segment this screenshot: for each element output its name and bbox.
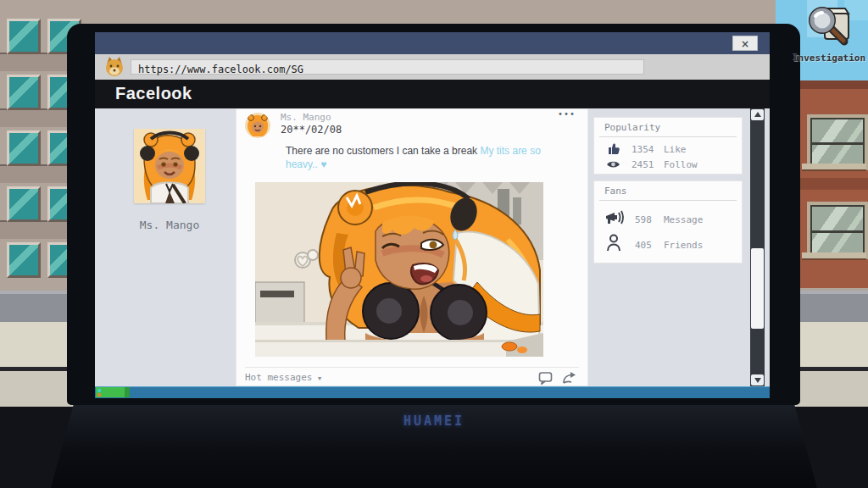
investigation-icon <box>804 35 854 51</box>
comment-sort-dropdown[interactable]: Hot messages ▼ <box>245 372 321 383</box>
post-date: 20**/02/08 <box>281 124 342 136</box>
friends-label[interactable]: Friends <box>664 240 703 251</box>
investigation-label: Investigation <box>792 53 866 64</box>
comment-sort-label: Hot messages <box>245 372 312 383</box>
right-building-cornice <box>797 80 868 89</box>
doge-browser-icon <box>103 56 125 78</box>
popularity-title: Popularity <box>604 122 660 133</box>
post-author-name[interactable]: Ms. Mango <box>281 112 331 123</box>
right-building-band <box>797 178 868 190</box>
message-count: 598 <box>635 214 652 225</box>
laptop-brand-logo: HUAMEI <box>51 413 817 429</box>
address-bar[interactable] <box>131 59 644 75</box>
brick-window <box>807 114 868 170</box>
laptop-screen: × Facelook <box>95 32 770 398</box>
like-count: 1354 <box>632 144 654 155</box>
building-window <box>7 19 41 54</box>
scrollbar-thumb[interactable] <box>751 248 764 329</box>
fans-panel: Fans 598 Message <box>593 180 743 263</box>
comment-icon[interactable] <box>538 371 554 386</box>
post-text: There are no customers I can take a brea… <box>286 145 542 171</box>
follow-count: 2451 <box>632 159 654 170</box>
game-scene: Investigation HUAMEI × Facelook <box>0 0 868 488</box>
page-scrollbar[interactable] <box>750 108 765 386</box>
thumbs-up-icon <box>608 142 620 158</box>
post-text-plain: There are no customers I can take a brea… <box>286 145 480 157</box>
building-window <box>7 130 41 166</box>
friends-count: 405 <box>635 240 652 251</box>
site-logo-text: Facelook <box>115 84 192 103</box>
popularity-panel: Popularity 1354 Like 2451 F <box>593 117 743 175</box>
caret-down-icon: ▼ <box>318 375 321 382</box>
share-icon[interactable] <box>561 371 576 386</box>
triangle-up-icon <box>754 112 761 117</box>
fans-title: Fans <box>604 186 627 197</box>
browser-title-bar <box>95 32 770 54</box>
message-label[interactable]: Message <box>664 214 703 225</box>
post-divider <box>245 367 579 368</box>
brick-window <box>807 202 868 259</box>
triangle-down-icon <box>754 378 761 383</box>
profile-name: Ms. Mango <box>108 219 231 231</box>
person-icon <box>606 234 621 256</box>
megaphone-icon <box>604 209 625 230</box>
close-button[interactable]: × <box>732 36 758 51</box>
divider <box>599 200 737 201</box>
divider <box>599 136 737 137</box>
start-pixel-orange <box>97 393 101 396</box>
post-card: Ms. Mango 20**/02/08 ••• There are no cu… <box>236 108 588 386</box>
url-input[interactable] <box>131 63 650 76</box>
scroll-up-button[interactable] <box>751 109 764 120</box>
scroll-down-button[interactable] <box>751 374 764 385</box>
eye-icon <box>606 158 620 174</box>
post-image[interactable] <box>255 182 543 357</box>
like-label[interactable]: Like <box>664 144 687 155</box>
post-author-avatar[interactable] <box>245 113 270 138</box>
profile-avatar[interactable] <box>134 129 205 203</box>
os-taskbar <box>95 386 770 398</box>
building-window <box>7 75 41 110</box>
window-sill <box>802 164 866 171</box>
post-menu-icon[interactable]: ••• <box>558 109 576 119</box>
start-button[interactable] <box>96 387 130 397</box>
building-window <box>7 242 41 278</box>
investigation-shortcut[interactable]: Investigation <box>792 5 866 73</box>
site-header-bar <box>95 80 770 108</box>
building-window <box>7 186 41 222</box>
page-content: Ms. Mango Ms. Mango 20**/ <box>95 108 770 386</box>
start-pixel-teal <box>97 389 101 392</box>
window-sill <box>802 252 866 260</box>
follow-label[interactable]: Follow <box>664 159 698 170</box>
